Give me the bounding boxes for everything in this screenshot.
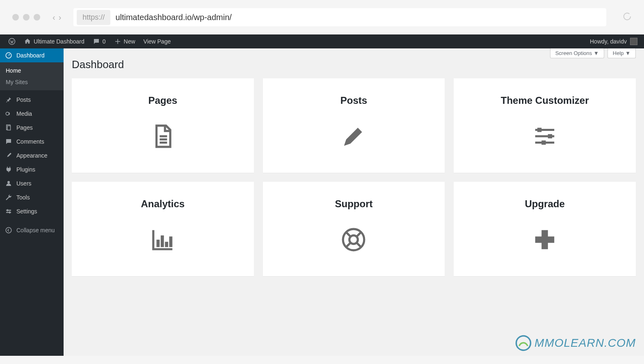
sidebar-item-label: Settings xyxy=(16,208,37,215)
view-page-label: View Page xyxy=(144,38,171,45)
nav-arrows: ‹ › xyxy=(48,13,65,22)
url-protocol: https:// xyxy=(77,10,110,25)
sidebar-item-label: Pages xyxy=(16,124,33,131)
nav-back-icon[interactable]: ‹ xyxy=(53,13,55,22)
comments-link[interactable]: 0 xyxy=(89,34,110,48)
watermark-text: MMOLEARN.COM xyxy=(534,337,636,350)
greeting: Howdy, davidv xyxy=(590,38,627,45)
plus-icon xyxy=(531,226,558,253)
widget-support[interactable]: Support xyxy=(263,182,445,276)
collapse-label: Collapse menu xyxy=(16,227,55,234)
svg-point-5 xyxy=(7,181,10,183)
submenu-home[interactable]: Home xyxy=(0,65,64,76)
watermark: MMOLEARN.COM xyxy=(515,334,636,352)
widget-title: Posts xyxy=(340,95,367,106)
comments-count: 0 xyxy=(103,38,106,45)
sliders-icon xyxy=(531,123,558,150)
widget-title: Pages xyxy=(148,95,177,106)
sidebar-item-label: Dashboard xyxy=(16,52,45,59)
svg-rect-16 xyxy=(165,242,168,247)
sidebar-item-pages[interactable]: Pages xyxy=(0,121,64,135)
wp-logo[interactable] xyxy=(4,34,20,48)
wrench-icon xyxy=(5,194,12,201)
svg-rect-6 xyxy=(6,210,11,211)
svg-rect-4 xyxy=(7,126,11,130)
svg-rect-8 xyxy=(7,209,8,211)
submenu-my-sites[interactable]: My Sites xyxy=(0,76,64,88)
widget-analytics[interactable]: Analytics xyxy=(72,182,254,276)
traffic-lights xyxy=(12,14,40,21)
pin-icon xyxy=(5,96,12,103)
traffic-light-red[interactable] xyxy=(12,14,19,21)
screen-options-tab[interactable]: Screen Options ▼ xyxy=(550,48,604,58)
plug-icon xyxy=(5,166,12,173)
traffic-light-green[interactable] xyxy=(34,14,40,21)
widget-posts[interactable]: Posts xyxy=(263,78,445,173)
widget-title: Support xyxy=(335,198,373,210)
svg-rect-13 xyxy=(541,140,546,144)
site-title: Ultimate Dashboard xyxy=(34,38,84,45)
svg-point-10 xyxy=(6,227,11,233)
sidebar-item-label: Media xyxy=(16,110,32,117)
settings-icon xyxy=(5,208,12,215)
avatar xyxy=(630,38,637,45)
collapse-icon xyxy=(5,227,12,234)
user-icon xyxy=(5,180,12,187)
widget-title: Analytics xyxy=(141,198,185,210)
help-tab[interactable]: Help ▼ xyxy=(607,48,636,58)
sidebar-item-label: Appearance xyxy=(16,152,48,159)
dashboard-icon xyxy=(5,52,12,59)
collapse-menu[interactable]: Collapse menu xyxy=(0,222,64,238)
svg-rect-7 xyxy=(6,212,11,213)
svg-point-19 xyxy=(349,236,358,244)
sidebar: Dashboard Home My Sites Posts Media Page… xyxy=(0,48,64,356)
new-label: New xyxy=(124,38,135,45)
wp-admin-bar: Ultimate Dashboard 0 New View Page Howdy… xyxy=(0,34,644,48)
sidebar-item-label: Plugins xyxy=(16,166,35,173)
comment-icon xyxy=(5,138,12,145)
sidebar-item-users[interactable]: Users xyxy=(0,176,64,190)
nav-forward-icon[interactable]: › xyxy=(59,13,62,22)
url-text: ultimatedashboard.io/wp-admin/ xyxy=(115,13,232,22)
user-menu[interactable]: Howdy, davidv xyxy=(590,38,640,45)
lifebuoy-icon xyxy=(340,226,367,253)
browser-chrome: ‹ › https:// ultimatedashboard.io/wp-adm… xyxy=(0,0,644,34)
widgets-grid: Pages Posts Theme Customizer Analytics xyxy=(72,78,636,276)
pencil-icon xyxy=(340,123,367,150)
widget-title: Upgrade xyxy=(525,198,564,210)
sidebar-item-settings[interactable]: Settings xyxy=(0,204,64,218)
svg-rect-12 xyxy=(548,134,552,138)
svg-point-2 xyxy=(6,112,9,115)
top-tabs: Screen Options ▼ Help ▼ xyxy=(550,48,636,58)
svg-rect-14 xyxy=(156,240,160,247)
svg-rect-9 xyxy=(9,211,10,213)
sidebar-item-appearance[interactable]: Appearance xyxy=(0,149,64,163)
widget-upgrade[interactable]: Upgrade xyxy=(454,182,636,276)
sidebar-item-dashboard[interactable]: Dashboard xyxy=(0,48,64,62)
site-link[interactable]: Ultimate Dashboard xyxy=(20,34,89,48)
sidebar-item-tools[interactable]: Tools xyxy=(0,190,64,204)
widget-pages[interactable]: Pages xyxy=(72,78,254,173)
sidebar-item-label: Posts xyxy=(16,96,31,103)
url-bar[interactable]: https:// ultimatedashboard.io/wp-admin/ xyxy=(73,8,606,26)
new-link[interactable]: New xyxy=(110,34,139,48)
sidebar-submenu: Home My Sites xyxy=(0,62,64,90)
reload-icon[interactable] xyxy=(623,12,632,23)
view-page-link[interactable]: View Page xyxy=(139,34,175,48)
sidebar-item-label: Comments xyxy=(16,138,44,145)
widget-title: Theme Customizer xyxy=(501,95,589,106)
sidebar-item-label: Users xyxy=(16,180,32,187)
traffic-light-yellow[interactable] xyxy=(23,14,30,21)
main-content: Screen Options ▼ Help ▼ Dashboard Pages … xyxy=(64,48,644,356)
brush-icon xyxy=(5,152,12,159)
doc-icon xyxy=(149,123,176,150)
sidebar-item-label: Tools xyxy=(16,194,30,201)
chart-icon xyxy=(149,226,176,253)
widget-theme-customizer[interactable]: Theme Customizer xyxy=(454,78,636,173)
sidebar-item-posts[interactable]: Posts xyxy=(0,93,64,107)
media-icon xyxy=(5,110,12,117)
svg-rect-15 xyxy=(161,236,164,247)
sidebar-item-comments[interactable]: Comments xyxy=(0,135,64,149)
sidebar-item-plugins[interactable]: Plugins xyxy=(0,163,64,176)
sidebar-item-media[interactable]: Media xyxy=(0,107,64,121)
